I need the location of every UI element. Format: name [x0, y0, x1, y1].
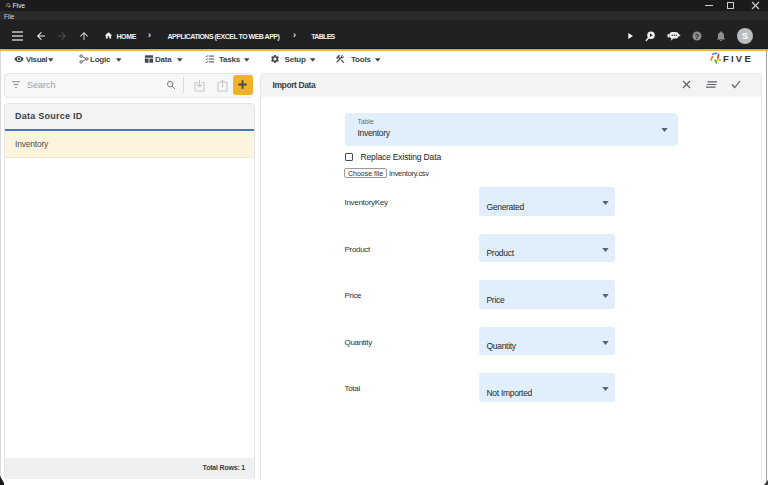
- svg-text:?: ?: [695, 33, 699, 40]
